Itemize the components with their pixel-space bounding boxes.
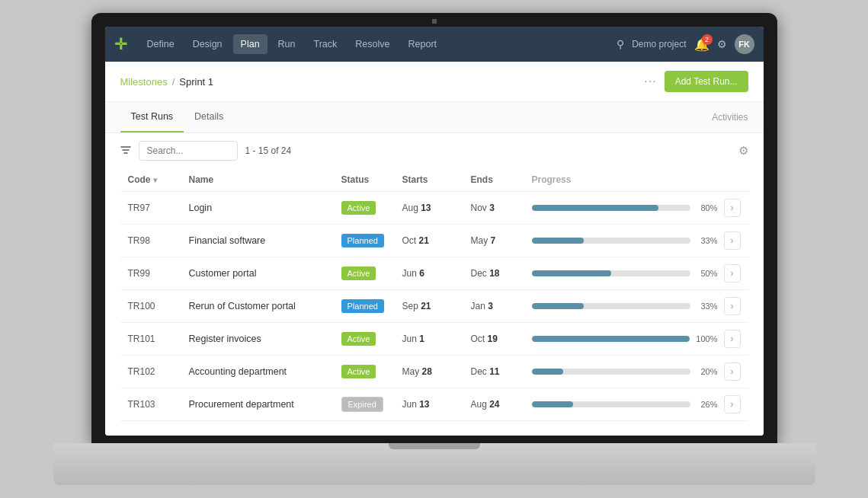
progress-bar <box>532 238 690 244</box>
page-header: Milestones / Sprint 1 ··· Add Test Run..… <box>105 62 764 102</box>
cell-starts: Jun 13 <box>395 388 463 421</box>
top-navigation: ✛ Define Design Plan Run Track Resolve R… <box>105 27 764 62</box>
cell-status: Planned <box>334 290 395 323</box>
cell-name: Rerun of Customer portal <box>181 290 334 323</box>
table-row: TR98 Financial software Planned Oct 21 M… <box>120 225 748 257</box>
progress-percent: 20% <box>697 367 718 376</box>
cell-ends: Nov 3 <box>463 192 524 225</box>
status-badge: Expired <box>341 397 383 412</box>
user-avatar[interactable]: FK <box>735 34 754 54</box>
table-row: TR103 Procurement department Expired Jun… <box>120 388 748 421</box>
cell-progress: 100% › <box>524 323 748 356</box>
progress-bar <box>532 205 690 211</box>
cell-code: TR97 <box>120 192 181 225</box>
row-detail-button[interactable]: › <box>724 199 741 217</box>
cell-progress: 33% › <box>524 290 748 323</box>
progress-bar <box>532 401 690 407</box>
table-row: TR100 Rerun of Customer portal Planned S… <box>120 290 748 323</box>
progress-bar <box>532 303 690 309</box>
more-options-button[interactable]: ··· <box>644 75 656 88</box>
app-logo: ✛ <box>114 35 127 53</box>
tabs: Test Runs Details <box>120 102 235 132</box>
nav-report[interactable]: Report <box>401 34 445 54</box>
cell-starts: Jun 6 <box>395 257 463 290</box>
col-code[interactable]: Code ▾ <box>120 168 181 192</box>
progress-bar <box>532 336 690 342</box>
cell-status: Expired <box>334 388 395 421</box>
cell-name: Customer portal <box>181 257 334 290</box>
progress-percent: 33% <box>697 236 718 245</box>
nav-define[interactable]: Define <box>139 34 182 54</box>
search-input[interactable] <box>139 141 238 161</box>
col-progress: Progress <box>524 168 748 192</box>
cell-starts: Sep 21 <box>395 290 463 323</box>
table-row: TR97 Login Active Aug 13 Nov 3 80% › <box>120 192 748 225</box>
cell-ends: Oct 19 <box>463 323 524 356</box>
cell-code: TR102 <box>120 356 181 388</box>
cell-name: Procurement department <box>181 388 334 421</box>
row-detail-button[interactable]: › <box>724 395 741 413</box>
status-badge: Active <box>341 365 376 378</box>
nav-track[interactable]: Track <box>306 34 345 54</box>
cell-status: Planned <box>334 225 395 257</box>
tab-details[interactable]: Details <box>184 102 234 132</box>
cell-starts: Aug 13 <box>395 192 463 225</box>
cell-name: Login <box>181 192 334 225</box>
nav-resolve[interactable]: Resolve <box>348 34 397 54</box>
row-detail-button[interactable]: › <box>724 264 741 283</box>
pagination-info: 1 - 15 of 24 <box>245 145 731 156</box>
table-row: TR101 Register invoices Active Jun 1 Oct… <box>120 323 748 356</box>
breadcrumb-separator: / <box>172 76 175 88</box>
breadcrumb-parent[interactable]: Milestones <box>120 76 168 88</box>
cell-progress: 80% › <box>524 192 748 225</box>
notifications-bell[interactable]: 🔔 2 <box>694 37 709 52</box>
toolbar: 1 - 15 of 24 ⚙ <box>105 133 764 168</box>
progress-percent: 33% <box>697 302 718 311</box>
cell-ends: Dec 11 <box>463 356 524 388</box>
search-icon[interactable]: ⚲ <box>617 38 624 50</box>
activities-link[interactable]: Activities <box>712 112 748 123</box>
progress-bar <box>532 270 690 276</box>
col-status: Status <box>334 168 395 192</box>
progress-percent: 26% <box>697 400 718 409</box>
nav-run[interactable]: Run <box>271 34 303 54</box>
tab-test-runs[interactable]: Test Runs <box>120 102 184 132</box>
progress-bar <box>532 369 690 375</box>
row-detail-button[interactable]: › <box>724 297 741 315</box>
column-settings-icon[interactable]: ⚙ <box>738 144 748 158</box>
cell-ends: Jan 3 <box>463 290 524 323</box>
cell-progress: 50% › <box>524 257 748 290</box>
row-detail-button[interactable]: › <box>724 330 741 348</box>
cell-code: TR99 <box>120 257 181 290</box>
cell-progress: 33% › <box>524 225 748 257</box>
content-area: Milestones / Sprint 1 ··· Add Test Run..… <box>105 62 764 436</box>
table-row: TR102 Accounting department Active May 2… <box>120 356 748 388</box>
status-badge: Planned <box>341 299 384 313</box>
sort-arrow-code: ▾ <box>153 176 157 184</box>
col-starts: Starts <box>395 168 463 192</box>
row-detail-button[interactable]: › <box>724 362 741 381</box>
settings-icon[interactable]: ⚙ <box>717 38 727 50</box>
test-runs-table: Code ▾ Name Status Starts Ends Progress <box>120 168 748 421</box>
nav-design[interactable]: Design <box>185 34 230 54</box>
status-badge: Active <box>341 201 376 215</box>
row-detail-button[interactable]: › <box>724 231 741 250</box>
cell-code: TR100 <box>120 290 181 323</box>
cell-code: TR103 <box>120 388 181 421</box>
progress-percent: 100% <box>696 334 717 343</box>
progress-percent: 80% <box>697 203 718 212</box>
cell-ends: May 7 <box>463 225 524 257</box>
col-ends: Ends <box>463 168 524 192</box>
progress-percent: 50% <box>697 269 718 278</box>
status-badge: Planned <box>341 234 384 247</box>
breadcrumb: Milestones / Sprint 1 <box>120 76 214 88</box>
cell-status: Active <box>334 356 395 388</box>
table-row: TR99 Customer portal Active Jun 6 Dec 18… <box>120 257 748 290</box>
add-test-run-button[interactable]: Add Test Run... <box>665 71 748 92</box>
table-container: Code ▾ Name Status Starts Ends Progress <box>105 168 764 421</box>
cell-status: Active <box>334 323 395 356</box>
nav-right: ⚲ Demo project 🔔 2 ⚙ FK <box>617 34 754 54</box>
cell-code: TR98 <box>120 225 181 257</box>
nav-plan[interactable]: Plan <box>233 34 267 54</box>
filter-icon[interactable] <box>120 145 131 158</box>
